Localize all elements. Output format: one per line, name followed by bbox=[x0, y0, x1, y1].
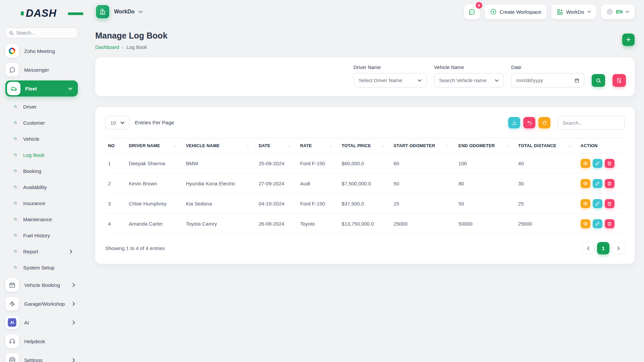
export-button[interactable] bbox=[508, 117, 520, 128]
view-button[interactable] bbox=[581, 199, 590, 208]
pencil-icon bbox=[595, 201, 600, 206]
sidebar-item-settings[interactable]: Settings bbox=[5, 351, 78, 362]
workspace-logo-icon bbox=[95, 4, 110, 19]
chevron-down-icon bbox=[120, 121, 124, 124]
cell-date: 25-09-2024 bbox=[256, 154, 298, 174]
search-icon bbox=[9, 31, 13, 36]
cell-total-price: $7,500,000.0 bbox=[339, 174, 391, 194]
trash-icon bbox=[607, 222, 612, 226]
sidebar-item-driver[interactable]: Driver bbox=[5, 99, 78, 115]
column-header-total-distance[interactable]: TOTAL DISTANCE↑↓ bbox=[516, 138, 578, 154]
sidebar-item-vehicle[interactable]: Vehicle bbox=[5, 131, 78, 147]
sidebar-item-zoho-meeting[interactable]: Zoho Meeting bbox=[5, 42, 78, 60]
cell-no: 3 bbox=[105, 194, 126, 214]
sidebar-item-maintenance[interactable]: Maintenance bbox=[5, 211, 78, 227]
main-content: WorkDo 0 Create Workspace WorkDo EN bbox=[83, 0, 644, 362]
notifications-button[interactable]: 0 bbox=[464, 4, 480, 19]
create-workspace-button[interactable]: Create Workspace bbox=[485, 4, 547, 19]
delete-button[interactable] bbox=[605, 219, 614, 228]
sidebar-item-system-setup[interactable]: System Setup bbox=[5, 259, 78, 276]
page-1-button[interactable]: 1 bbox=[597, 242, 609, 254]
chevron-right-icon bbox=[72, 302, 78, 306]
workspace-switcher[interactable]: WorkDo bbox=[95, 4, 143, 19]
edit-button[interactable] bbox=[593, 179, 602, 188]
cell-rate: Audi bbox=[298, 174, 339, 194]
column-header-action: ACTION bbox=[578, 138, 625, 154]
vehicle-name-select[interactable]: Search Vehicle name bbox=[434, 73, 504, 87]
sidebar-item-fuel-history[interactable]: Fuel History bbox=[5, 227, 78, 243]
view-button[interactable] bbox=[581, 179, 590, 188]
globe-icon bbox=[606, 8, 613, 15]
sidebar-item-garage-workshop[interactable]: Garage/Workshop bbox=[5, 294, 78, 313]
refresh-button[interactable] bbox=[538, 117, 550, 128]
calendar-icon[interactable] bbox=[575, 78, 579, 83]
cell-end-odometer: 100 bbox=[456, 154, 516, 174]
breadcrumb: Dashboard › Log Book bbox=[95, 45, 167, 50]
date-input[interactable] bbox=[516, 77, 571, 83]
trash-icon bbox=[607, 181, 612, 186]
user-workspace-menu[interactable]: WorkDo bbox=[551, 4, 596, 19]
column-header-rate[interactable]: RATE↑↓ bbox=[298, 138, 339, 154]
cell-actions bbox=[578, 154, 625, 174]
view-button[interactable] bbox=[581, 219, 590, 228]
filter-reset-button[interactable] bbox=[612, 74, 626, 87]
add-logbook-button[interactable]: + bbox=[622, 34, 635, 46]
table-search-input[interactable] bbox=[557, 116, 625, 130]
back-button[interactable] bbox=[523, 117, 535, 128]
language-selector[interactable]: EN bbox=[601, 4, 635, 19]
download-icon bbox=[512, 120, 517, 125]
breadcrumb-dashboard[interactable]: Dashboard bbox=[95, 45, 119, 50]
edit-button[interactable] bbox=[593, 219, 602, 228]
sidebar-item-ai[interactable]: AIAI bbox=[5, 313, 78, 332]
plus-circle-icon bbox=[490, 8, 497, 15]
column-header-total-price[interactable]: TOTAL PRICE↑↓ bbox=[339, 138, 391, 154]
cell-actions bbox=[578, 194, 625, 214]
column-header-date[interactable]: DATE↑↓ bbox=[256, 138, 298, 154]
eye-icon bbox=[583, 221, 588, 226]
sidebar-item-booking[interactable]: Booking bbox=[5, 163, 78, 179]
cell-total-price: $37,500.0 bbox=[339, 194, 391, 214]
cell-start-odometer: 25 bbox=[391, 194, 456, 214]
column-header-end-odometer[interactable]: END ODOMETER↑↓ bbox=[456, 138, 516, 154]
sidebar-item-log-book[interactable]: Log Book bbox=[5, 147, 78, 163]
next-page-button[interactable] bbox=[612, 242, 625, 254]
delete-button[interactable] bbox=[605, 179, 614, 188]
chevron-down-icon bbox=[139, 10, 143, 13]
sidebar-item-customer[interactable]: Customer bbox=[5, 115, 78, 131]
wrench-icon bbox=[5, 297, 19, 310]
sidebar-item-report[interactable]: Report bbox=[5, 243, 78, 259]
edit-button[interactable] bbox=[593, 199, 602, 208]
sidebar-item-fleet[interactable]: Fleet bbox=[5, 80, 78, 97]
bullet-icon bbox=[13, 153, 18, 157]
chevron-down-icon bbox=[68, 87, 72, 90]
cell-start-odometer: 25000 bbox=[391, 214, 456, 234]
edit-button[interactable] bbox=[593, 159, 602, 168]
sidebar-item-messenger[interactable]: Messenger bbox=[5, 60, 78, 79]
column-header-driver-name[interactable]: DRIVER NAME↑↓ bbox=[126, 138, 183, 154]
column-header-vehicle-name[interactable]: VEHICLE NAME↑↓ bbox=[183, 138, 256, 154]
sidebar-search-input[interactable] bbox=[16, 30, 74, 36]
sidebar-item-vehicle-booking[interactable]: Vehicle Booking bbox=[5, 276, 78, 294]
cell-date: 26-08-2024 bbox=[256, 214, 298, 234]
cell-start-odometer: 60 bbox=[391, 154, 456, 174]
column-header-start-odometer[interactable]: START ODOMETER↑↓ bbox=[391, 138, 456, 154]
sort-icon: ↑↓ bbox=[568, 144, 575, 148]
chevron-right-icon bbox=[72, 320, 78, 325]
filter-search-button[interactable] bbox=[592, 74, 605, 87]
driver-name-select[interactable]: Select Driver Name bbox=[354, 73, 427, 87]
delete-button[interactable] bbox=[605, 199, 614, 208]
logo-accent bbox=[21, 11, 24, 15]
entries-per-page-select[interactable]: 10 bbox=[105, 116, 129, 129]
view-button[interactable] bbox=[581, 159, 590, 168]
sidebar-item-insurance[interactable]: Insurance bbox=[5, 195, 78, 211]
sidebar-item-availability[interactable]: Availability bbox=[5, 179, 78, 195]
breadcrumb-current: Log Book bbox=[126, 45, 147, 50]
cell-driver: Amanda Carter bbox=[126, 214, 183, 234]
bullet-icon bbox=[13, 217, 18, 222]
sidebar-nav: Zoho Meeting Messenger Fleet DriverCusto… bbox=[5, 42, 78, 362]
delete-button[interactable] bbox=[605, 159, 614, 168]
gear-icon bbox=[5, 353, 19, 362]
sort-icon: ↑↓ bbox=[173, 144, 180, 148]
prev-page-button[interactable] bbox=[582, 242, 594, 254]
sidebar-item-helpdesk[interactable]: Helpdesk bbox=[5, 332, 78, 351]
